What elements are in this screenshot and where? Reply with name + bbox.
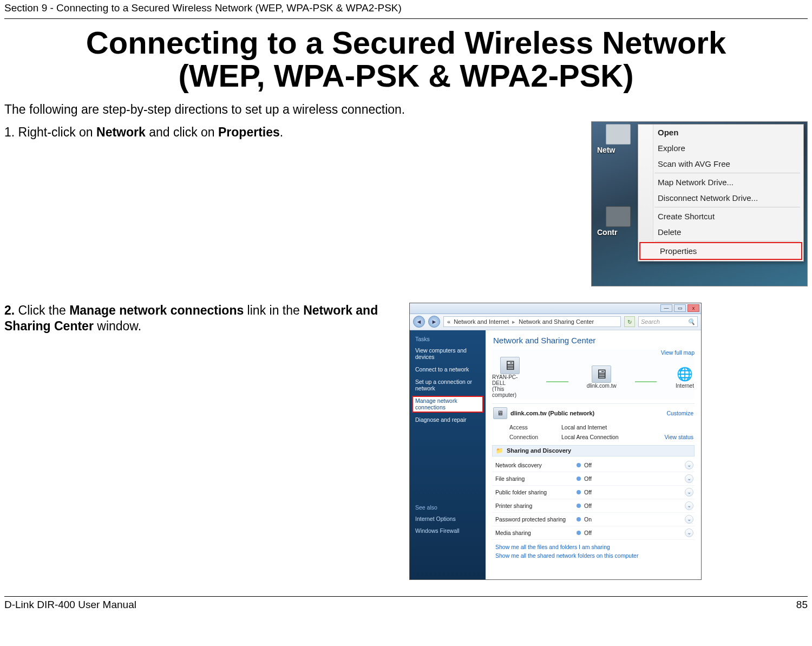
network-icon: 🖥 [493,407,507,419]
title-line-2: (WEP, WPA-PSK & WPA2-PSK) [4,60,808,93]
network-map: View full map 🖥 RYAN-PC-DELL (This compu… [492,349,695,399]
row-file-sharing: File sharing Off ⌄ [492,472,695,486]
desktop-icon-network [606,124,631,145]
step-1-text: 1. Right-click on Network and click on P… [4,125,576,140]
step2-mid1: Click the [18,303,70,317]
access-value: Local and Internet [561,424,693,430]
status-bullet-icon [577,504,581,508]
chevron-down-icon[interactable]: ⌄ [685,488,693,497]
status-bullet-icon [577,477,581,481]
nav-forward-button[interactable]: ► [428,316,440,328]
panel-title: Network and Sharing Center [492,335,695,349]
chevron-down-icon[interactable]: ⌄ [685,528,693,537]
footer-page-number: 85 [796,599,808,611]
map-connector [635,381,657,382]
monitor-icon: 🖥 [592,366,611,383]
page-footer: D-Link DIR-400 User Manual 85 [4,596,808,611]
node-this-computer: 🖥 RYAN-PC-DELL (This computer) [492,357,528,398]
folder-icon: 📁 [496,447,503,454]
row-media-sharing: Media sharing Off ⌄ [492,526,695,540]
row-label: Printer sharing [495,503,577,509]
chevron-down-icon[interactable]: ⌄ [685,501,693,510]
ctx-separator [654,173,800,173]
sidebar-item-manage-connections[interactable]: Manage network connections [412,396,483,413]
row-value: Off [584,475,685,482]
customize-link[interactable]: Customize [666,410,693,416]
row-value: Off [584,489,685,495]
sidebar-item-connect-network[interactable]: Connect to a network [410,363,486,376]
row-network-discovery: Network discovery Off ⌄ [492,459,695,472]
window-minimize-button[interactable]: — [660,304,672,312]
search-input[interactable]: Search 🔍 [638,316,698,327]
step1-mid: and click on [146,125,218,139]
map-connector [546,381,568,382]
window-close-button[interactable]: x [687,304,699,312]
node-pc-label: RYAN-PC-DELL [492,374,528,386]
access-key: Access [509,424,561,430]
toolbar: ◄ ► « Network and Internet ▸ Network and… [410,314,701,330]
node-gateway: 🖥 dlink.com.tw [587,366,617,389]
node-inet-label: Internet [676,383,694,389]
page-title: Connecting to a Secured Wireless Network… [4,27,808,93]
globe-icon: 🌐 [675,366,695,383]
step2-bold1: Manage network connections [69,303,244,317]
desktop-icon-control [606,206,631,227]
sidebar-item-setup-connection[interactable]: Set up a connection or network [410,376,486,395]
window-maximize-button[interactable]: ▭ [674,304,686,312]
ctx-open[interactable]: Open [638,125,803,140]
row-value: Off [584,503,685,509]
status-bullet-icon [577,463,581,467]
nav-back-button[interactable]: ◄ [413,316,425,328]
ctx-map-drive[interactable]: Map Network Drive... [638,174,803,190]
step-2-text: 2. Click the Manage network connections … [4,303,394,334]
ctx-explore[interactable]: Explore [638,140,803,156]
status-bullet-icon [577,531,581,535]
breadcrumb-2[interactable]: Network and Sharing Center [519,318,594,325]
chevron-down-icon[interactable]: ⌄ [685,515,693,524]
sidebar-item-internet-options[interactable]: Internet Options [410,513,486,525]
view-full-map-link[interactable]: View full map [661,349,695,356]
ctx-create-shortcut[interactable]: Create Shortcut [638,208,803,224]
network-row: 🖥 dlink.com.tw (Public network) Customiz… [492,403,695,422]
link-show-folders[interactable]: Show me all the shared network folders o… [495,552,693,560]
chevron-down-icon[interactable]: ⌄ [685,461,693,469]
step1-pre: 1. Right-click on [4,125,96,139]
node-gw-label: dlink.com.tw [587,383,617,389]
context-menu[interactable]: Open Explore Scan with AVG Free Map Netw… [638,124,804,262]
row-public-folder-sharing: Public folder sharing Off ⌄ [492,486,695,499]
window-titlebar[interactable]: — ▭ x [410,303,701,314]
row-label: Media sharing [495,530,577,536]
view-status-link[interactable]: View status [665,434,694,440]
connection-value: Local Area Connection [561,434,665,440]
ctx-separator [654,241,800,242]
search-icon: 🔍 [687,318,695,325]
status-bullet-icon [577,517,581,521]
row-label: Password protected sharing [495,516,577,523]
status-bullet-icon [577,490,581,494]
title-line-1: Connecting to a Secured Wireless Network [4,27,808,60]
sidebar-item-diagnose-repair[interactable]: Diagnose and repair [410,414,486,426]
address-bar[interactable]: « Network and Internet ▸ Network and Sha… [443,316,621,327]
ctx-separator [654,207,800,207]
ctx-delete[interactable]: Delete [638,224,803,240]
section-header: Section 9 - Connecting to a Secured Wire… [4,0,808,19]
row-printer-sharing: Printer sharing Off ⌄ [492,499,695,513]
node-internet: 🌐 Internet [675,366,695,389]
breadcrumb-1[interactable]: Network and Internet [454,318,509,325]
search-placeholder: Search [641,318,660,325]
sidebar-item-windows-firewall[interactable]: Windows Firewall [410,525,486,537]
network-name: dlink.com.tw (Public network) [510,410,594,416]
ctx-scan-avg[interactable]: Scan with AVG Free [638,156,803,172]
sidebar-item-view-computers[interactable]: View computers and devices [410,344,486,363]
chevron-down-icon[interactable]: ⌄ [685,474,693,483]
refresh-button[interactable]: ↻ [624,316,635,327]
kv-access: Access Local and Internet [492,422,695,432]
row-label: Public folder sharing [495,489,577,495]
connection-key: Connection [509,434,561,440]
ctx-disconnect-drive[interactable]: Disconnect Network Drive... [638,190,803,206]
ctx-properties[interactable]: Properties [640,243,801,259]
see-also-header: See also [410,502,486,513]
row-value: Off [584,462,685,468]
link-show-files[interactable]: Show me all the files and folders I am s… [495,543,693,552]
breadcrumb-separator-icon: ▸ [512,318,515,325]
